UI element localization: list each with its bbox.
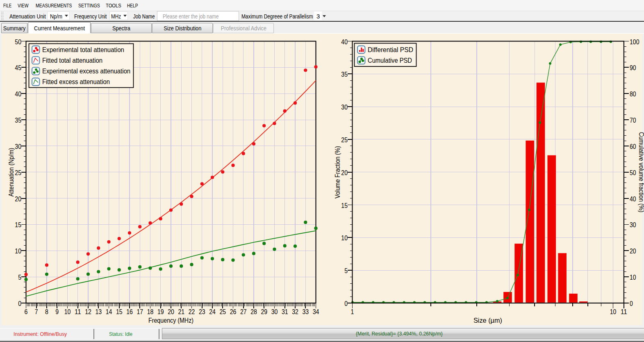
svg-text:15: 15 (341, 202, 348, 209)
svg-text:50: 50 (15, 39, 21, 46)
svg-text:19: 19 (157, 308, 164, 315)
svg-text:Experimental total attenuation: Experimental total attenuation (42, 46, 124, 53)
svg-text:70: 70 (630, 117, 636, 124)
svg-text:31: 31 (282, 308, 288, 315)
svg-text:23: 23 (199, 308, 205, 315)
svg-text:10: 10 (64, 308, 71, 315)
svg-text:30: 30 (271, 308, 278, 315)
svg-text:40: 40 (341, 39, 348, 46)
svg-text:5: 5 (344, 267, 348, 274)
svg-text:40: 40 (15, 91, 21, 98)
svg-text:15: 15 (15, 221, 21, 228)
svg-text:8: 8 (45, 308, 48, 315)
svg-text:50: 50 (630, 169, 636, 176)
svg-text:10: 10 (630, 274, 636, 281)
svg-text:Experimental excess attenuatio: Experimental excess attenuation (42, 67, 130, 75)
svg-text:5: 5 (18, 274, 21, 281)
svg-text:16: 16 (126, 308, 133, 315)
svg-text:12: 12 (85, 308, 91, 315)
svg-text:30: 30 (341, 104, 348, 111)
svg-text:24: 24 (209, 308, 216, 315)
svg-text:6: 6 (25, 308, 28, 315)
svg-text:17: 17 (137, 308, 143, 315)
svg-text:Fitted total attenuation: Fitted total attenuation (42, 57, 102, 64)
svg-text:28: 28 (250, 308, 257, 315)
svg-text:10: 10 (341, 235, 348, 242)
svg-text:Differential PSD: Differential PSD (368, 46, 413, 53)
svg-text:0: 0 (18, 300, 21, 307)
svg-text:Cumulative volume fraction (%): Cumulative volume fraction (%) (638, 132, 644, 212)
svg-text:60: 60 (630, 143, 636, 150)
svg-text:33: 33 (302, 308, 309, 315)
svg-text:14: 14 (106, 308, 112, 315)
svg-text:80: 80 (630, 91, 636, 98)
svg-text:32: 32 (292, 308, 298, 315)
svg-text:11: 11 (621, 308, 627, 315)
svg-text:Attenuation (Np/m): Attenuation (Np/m) (8, 148, 15, 197)
svg-text:30: 30 (15, 143, 21, 150)
svg-text:11: 11 (75, 308, 81, 315)
svg-text:29: 29 (261, 308, 267, 315)
svg-text:Fitted excess attenuation: Fitted excess attenuation (42, 78, 110, 85)
svg-text:25: 25 (219, 308, 226, 315)
svg-text:13: 13 (95, 308, 102, 315)
svg-text:Size (µm): Size (µm) (473, 317, 502, 324)
svg-text:0: 0 (630, 300, 633, 307)
svg-text:34: 34 (313, 308, 319, 315)
svg-text:25: 25 (341, 137, 348, 144)
svg-text:20: 20 (168, 308, 174, 315)
svg-text:35: 35 (15, 117, 21, 124)
svg-text:26: 26 (230, 308, 237, 315)
svg-text:40: 40 (630, 196, 636, 203)
svg-text:27: 27 (240, 308, 247, 315)
svg-text:9: 9 (55, 308, 59, 315)
svg-text:Cumulative PSD: Cumulative PSD (368, 57, 412, 64)
svg-text:0: 0 (344, 300, 348, 307)
svg-text:20: 20 (15, 196, 21, 203)
svg-text:22: 22 (189, 308, 195, 315)
svg-text:15: 15 (116, 308, 123, 315)
svg-text:45: 45 (15, 64, 21, 71)
svg-text:1: 1 (351, 308, 354, 315)
svg-text:Frequency (MHz): Frequency (MHz) (148, 317, 193, 324)
svg-text:30: 30 (630, 221, 636, 228)
svg-text:Volume Fraction (%): Volume Fraction (%) (334, 146, 341, 198)
svg-text:18: 18 (147, 308, 154, 315)
svg-text:25: 25 (15, 169, 21, 176)
svg-text:10: 10 (15, 248, 21, 255)
svg-text:20: 20 (630, 248, 636, 255)
svg-text:21: 21 (178, 308, 184, 315)
svg-text:35: 35 (341, 71, 348, 78)
svg-text:100: 100 (630, 39, 639, 46)
svg-text:7: 7 (35, 308, 38, 315)
svg-text:90: 90 (630, 64, 636, 71)
svg-text:10: 10 (610, 308, 617, 315)
svg-text:20: 20 (341, 169, 348, 176)
